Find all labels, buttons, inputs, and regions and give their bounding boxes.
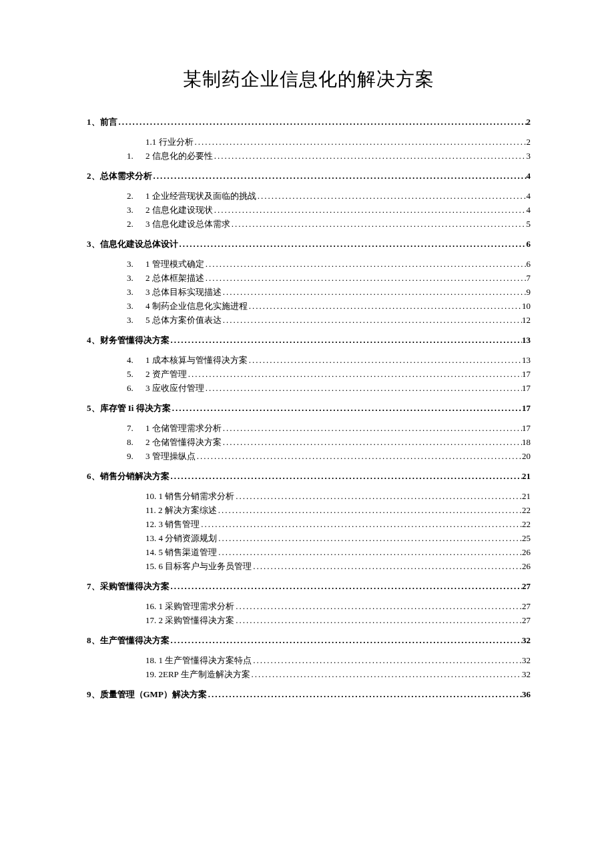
toc-leader-dots <box>213 151 527 160</box>
toc-leader-dots <box>117 117 527 126</box>
toc-entry-page: 25 <box>522 534 531 542</box>
toc-entry-label: 4 制药企业信息化实施进程 <box>145 302 248 310</box>
toc-entry-number: 3. <box>127 260 145 268</box>
toc-leader-dots <box>204 260 527 268</box>
toc-entry-label: 9、质量管理（GMP）解决方案 <box>87 690 207 699</box>
toc-entry-label: 4、财务管懂得决方案 <box>87 336 170 344</box>
toc-leader-dots <box>252 656 522 665</box>
toc-entry-label: 3 总体目标实现描述 <box>145 288 222 296</box>
toc-entry-level2: 3.1 管理模式确定6 <box>87 260 531 268</box>
toc-entry-number: 3. <box>127 288 145 296</box>
toc-entry-label: 18. 1 生产管懂得决方案特点 <box>145 656 252 665</box>
toc-entry-page: 4 <box>527 171 531 180</box>
toc-entry-level2: 18. 1 生产管懂得决方案特点32 <box>87 656 531 665</box>
toc-leader-dots <box>217 506 522 514</box>
toc-leader-dots <box>234 492 522 500</box>
toc-entry-level2: 13. 4 分销资源规划25 <box>87 534 531 542</box>
toc-entry-page: 13 <box>522 336 531 344</box>
document-title: 某制药企业信息化的解决方案 <box>87 67 531 92</box>
toc-leader-dots <box>217 548 522 556</box>
toc-entry-page: 20 <box>522 452 531 460</box>
toc-entry-number: 4. <box>127 356 145 364</box>
toc-entry-page: 27 <box>522 582 531 590</box>
toc-entry-page: 26 <box>522 548 531 556</box>
toc-leader-dots <box>248 356 522 364</box>
toc-entry-number: 3. <box>127 302 145 310</box>
toc-entry-page: 36 <box>522 690 531 699</box>
toc-entry-level2: 3.5 总体方案价值表达12 <box>87 316 531 324</box>
toc-entry-label: 5 总体方案价值表达 <box>145 316 222 324</box>
toc-entry-page: 22 <box>522 506 531 514</box>
toc-entry-level2: 7.1 仓储管理需求分析17 <box>87 424 531 432</box>
toc-leader-dots <box>204 274 527 282</box>
toc-leader-dots <box>187 370 522 378</box>
toc-entry-level1: 9、质量管理（GMP）解决方案36 <box>87 690 531 699</box>
toc-entry-label: 2 信息化建设现状 <box>145 205 213 214</box>
toc-entry-label: 2、总体需求分析 <box>87 171 152 180</box>
toc-entry-number: 5. <box>127 370 145 378</box>
toc-entry-label: 3 应收应付管理 <box>145 384 204 392</box>
toc-leader-dots <box>204 384 522 392</box>
toc-entry-level1: 7、采购管懂得决方案27 <box>87 582 531 590</box>
toc-entry-page: 32 <box>522 670 531 679</box>
toc-leader-dots <box>234 602 522 610</box>
toc-leader-dots <box>248 302 522 310</box>
toc-entry-page: 9 <box>527 288 531 296</box>
toc-entry-label: 16. 1 采购管理需求分析 <box>145 602 234 610</box>
toc-entry-level1: 8、生产管懂得决方案32 <box>87 636 531 644</box>
toc-entry-number: 7. <box>127 424 145 432</box>
toc-entry-label: 17. 2 采购管懂得决方案 <box>145 616 234 624</box>
toc-entry-page: 27 <box>522 616 531 624</box>
toc-entry-level1: 5、库存管 Ii 得决方案17 <box>87 404 531 412</box>
toc-entry-label: 2 信息化的必要性 <box>145 151 213 160</box>
toc-entry-page: 17 <box>522 404 531 412</box>
toc-entry-level2: 4.1 成本核算与管懂得决方案13 <box>87 356 531 364</box>
toc-leader-dots <box>213 205 527 214</box>
toc-entry-page: 10 <box>522 302 531 310</box>
toc-leader-dots <box>194 137 527 146</box>
toc-entry-level2: 15. 6 目标客户与业务员管理26 <box>87 562 531 570</box>
toc-entry-page: 13 <box>522 356 531 364</box>
toc-entry-page: 2 <box>527 117 531 126</box>
toc-entry-level2: 10. 1 销售分销需求分析21 <box>87 492 531 500</box>
toc-leader-dots <box>170 582 523 590</box>
toc-entry-page: 27 <box>522 602 531 610</box>
toc-entry-label: 1.1 行业分析 <box>145 137 194 146</box>
toc-leader-dots <box>217 534 522 542</box>
toc-entry-level1: 2、总体需求分析4 <box>87 171 531 180</box>
toc-entry-label: 2 仓储管懂得决方案 <box>145 438 222 446</box>
toc-entry-level1: 4、财务管懂得决方案13 <box>87 336 531 344</box>
toc-entry-page: 2 <box>527 137 531 146</box>
toc-entry-page: 6 <box>527 260 531 268</box>
toc-leader-dots <box>252 562 522 570</box>
toc-entry-page: 17 <box>522 424 531 432</box>
toc-entry-label: 2 总体框架描述 <box>145 274 204 282</box>
toc-entry-page: 17 <box>522 370 531 378</box>
toc-entry-level2: 11. 2 解决方案综述22 <box>87 506 531 514</box>
toc-entry-number: 1. <box>127 151 145 160</box>
toc-entry-level1: 3、信息化建设总体设计6 <box>87 240 531 248</box>
toc-entry-label: 2 资产管理 <box>145 370 187 378</box>
toc-entry-label: 1 仓储管理需求分析 <box>145 424 222 432</box>
toc-entry-level2: 3.4 制药企业信息化实施进程10 <box>87 302 531 310</box>
toc-entry-page: 21 <box>522 492 531 500</box>
toc-entry-page: 3 <box>527 151 531 160</box>
toc-leader-dots <box>207 690 522 699</box>
toc-entry-label: 10. 1 销售分销需求分析 <box>145 492 234 500</box>
toc-entry-page: 32 <box>522 656 531 665</box>
toc-entry-level2: 1.1 行业分析2 <box>87 137 531 146</box>
toc-entry-page: 4 <box>527 191 531 200</box>
toc-entry-level2: 2.3 信息化建设总体需求5 <box>87 220 531 228</box>
toc-entry-page: 12 <box>522 316 531 324</box>
toc-entry-page: 17 <box>522 384 531 392</box>
toc-entry-label: 5、库存管 Ii 得决方案 <box>87 404 171 412</box>
toc-leader-dots <box>152 171 527 180</box>
toc-entry-number: 2. <box>127 220 145 228</box>
toc-entry-level2: 2.1 企业经营现状及面临的挑战4 <box>87 191 531 200</box>
toc-leader-dots <box>222 438 522 446</box>
toc-entry-level2: 3.2 总体框架描述7 <box>87 274 531 282</box>
toc-entry-label: 1 管理模式确定 <box>145 260 204 268</box>
toc-leader-dots <box>222 424 522 432</box>
toc-entry-level2: 19. 2ERP 生产制造解决方案32 <box>87 670 531 679</box>
toc-leader-dots <box>178 240 527 248</box>
